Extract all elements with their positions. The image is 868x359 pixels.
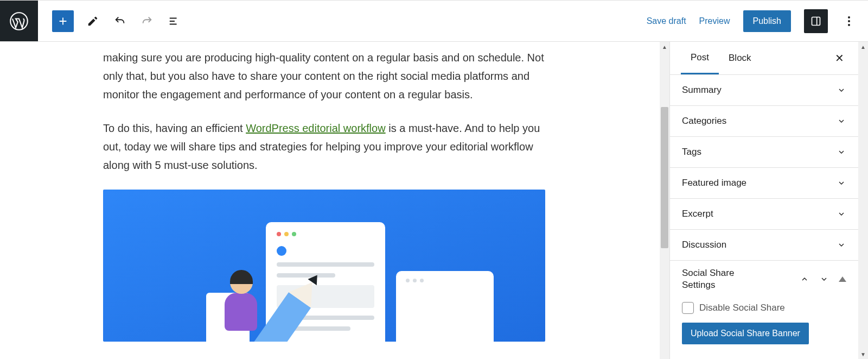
image-block[interactable] xyxy=(103,190,545,342)
scroll-up-icon[interactable]: ▲ xyxy=(858,42,868,52)
panel-summary[interactable]: Summary xyxy=(670,74,858,105)
chevron-down-icon[interactable] xyxy=(819,274,829,284)
tab-post[interactable]: Post xyxy=(681,42,719,74)
add-block-button[interactable] xyxy=(52,10,74,32)
close-sidebar-icon[interactable]: ✕ xyxy=(832,52,847,65)
preview-button[interactable]: Preview xyxy=(699,16,730,26)
chevron-up-icon[interactable] xyxy=(800,274,809,284)
undo-icon[interactable] xyxy=(112,13,128,29)
panel-title: Excerpt xyxy=(682,209,713,219)
chevron-down-icon xyxy=(837,147,846,157)
panel-title: Discussion xyxy=(682,240,726,250)
more-options-icon[interactable] xyxy=(841,16,857,26)
paragraph-block[interactable]: To do this, having an efficient WordPres… xyxy=(103,119,548,174)
scrollbar-thumb[interactable] xyxy=(661,107,668,248)
chevron-down-icon xyxy=(837,85,846,95)
panel-tags[interactable]: Tags xyxy=(670,136,858,167)
inline-link[interactable]: WordPress editorial workflow xyxy=(246,122,386,134)
workspace: making sure you are producing high-quali… xyxy=(0,42,868,359)
sidebar-tabs: Post Block ✕ xyxy=(670,42,858,74)
settings-sidebar-toggle[interactable] xyxy=(804,9,828,33)
chevron-down-icon xyxy=(837,178,846,188)
publish-button[interactable]: Publish xyxy=(743,10,791,32)
editor-area: making sure you are producing high-quali… xyxy=(0,42,669,359)
panel-excerpt[interactable]: Excerpt xyxy=(670,198,858,229)
editor-scrollbar[interactable]: ▲ xyxy=(660,42,669,359)
panel-categories[interactable]: Categories xyxy=(670,105,858,136)
panel-title: Summary xyxy=(682,85,722,96)
panel-featured-image[interactable]: Featured image xyxy=(670,167,858,198)
chevron-down-icon xyxy=(837,240,846,250)
scroll-up-icon[interactable]: ▲ xyxy=(660,42,669,52)
tab-block[interactable]: Block xyxy=(719,43,761,73)
chevron-down-icon xyxy=(837,209,846,219)
panel-social-share: Social Share Settings Disable Social Sha… xyxy=(670,260,858,344)
collapse-triangle-icon[interactable] xyxy=(839,276,846,282)
panel-title: Featured image xyxy=(682,178,746,188)
scroll-down-icon[interactable]: ▼ xyxy=(858,349,868,359)
document-outline-icon[interactable] xyxy=(166,13,182,29)
panel-discussion[interactable]: Discussion xyxy=(670,229,858,260)
panel-title: Categories xyxy=(682,116,726,127)
upload-social-banner-button[interactable]: Upload Social Share Banner xyxy=(682,323,809,344)
wordpress-logo[interactable] xyxy=(0,1,38,41)
editor-topbar: Save draft Preview Publish xyxy=(0,0,868,42)
paragraph-block[interactable]: making sure you are producing high-quali… xyxy=(103,48,548,104)
checkbox-label: Disable Social Share xyxy=(699,303,785,313)
text-fragment: To do this, having an efficient xyxy=(103,122,246,134)
panel-title: Tags xyxy=(682,147,701,158)
toolbar-left xyxy=(38,10,182,32)
sidebar-scrollbar[interactable]: ▲ ▼ xyxy=(858,42,868,359)
chevron-down-icon xyxy=(837,116,846,126)
settings-sidebar: Post Block ✕ Summary Categories Tags Fea… xyxy=(669,42,868,359)
panel-title: Social Share Settings xyxy=(682,267,747,291)
save-draft-button[interactable]: Save draft xyxy=(647,16,686,26)
svg-rect-1 xyxy=(812,17,820,25)
edit-icon[interactable] xyxy=(85,13,101,29)
toolbar-right: Save draft Preview Publish xyxy=(647,9,868,33)
post-content[interactable]: making sure you are producing high-quali… xyxy=(103,42,548,342)
redo-icon[interactable] xyxy=(139,13,155,29)
disable-social-share-checkbox[interactable]: Disable Social Share xyxy=(682,302,846,314)
